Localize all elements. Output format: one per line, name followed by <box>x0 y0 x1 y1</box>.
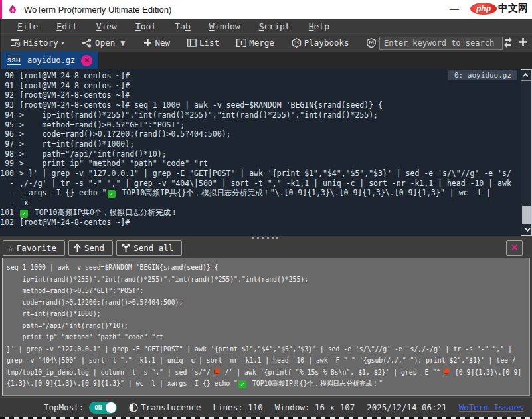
menu-script[interactable]: Script <box>250 20 300 33</box>
menu-tab[interactable]: Tab <box>165 20 199 33</box>
tab-aoyiduo[interactable]: SSH aoyiduo.gz × <box>1 52 98 69</box>
scroll-down-icon[interactable] <box>521 224 531 235</box>
check-emoji: ✓ <box>20 210 28 218</box>
line-text: > method=rand()>0.5?"GET":"POST"; <box>17 120 185 130</box>
new-button[interactable]: New <box>139 36 174 50</box>
editor-line: rt=int(rand()*1000); <box>7 308 525 320</box>
menu-help[interactable]: Help <box>300 20 339 33</box>
vertical-scrollbar[interactable] <box>521 69 532 236</box>
playbooks-js-icon: JS <box>292 38 302 48</box>
line-number: 91 <box>0 81 17 91</box>
plus-icon <box>143 39 152 47</box>
panel-close-button[interactable]: × <box>506 240 523 256</box>
line-number: 94 <box>0 110 17 120</box>
check-emoji: ✓ <box>108 190 116 198</box>
menu-view[interactable]: View <box>87 20 126 33</box>
line-number: 100 <box>0 169 17 179</box>
command-editor[interactable]: seq 1 1000 | awk -v seed=$RANDOM 'BEGIN{… <box>2 258 530 396</box>
topmost-label: TopMost: <box>44 402 84 412</box>
terminal-line: -,/-/g' | tr -s "-" "," | grep -v "404\|… <box>0 179 521 189</box>
line-number: 99 <box>0 159 17 169</box>
send-label: Send <box>84 243 104 253</box>
terminal-view[interactable]: 90[root@VM-24-8-centos ~]#91[root@VM-24-… <box>0 69 532 236</box>
line-number: - <box>0 179 17 189</box>
editor-line: seq 1 1000 | awk -v seed=$RANDOM 'BEGIN{… <box>7 262 525 274</box>
line-text: [root@VM-24-8-centos ~]# seq 1 1000 | aw… <box>17 100 383 110</box>
menu-edit[interactable]: Edit <box>47 20 86 33</box>
merge-label: Merge <box>249 38 274 48</box>
line-number: 93 <box>0 100 17 110</box>
terminal-line: 94> ip=int(rand()*255)"."int(rand()*255)… <box>0 110 521 120</box>
terminal-line: 91[root@VM-24-8-centos ~]# <box>0 81 521 91</box>
menubar: FileEditViewToolTabWindowScriptHelp <box>0 19 532 33</box>
toolbar: History▾ Open▼ New List <box>0 33 532 52</box>
tab-close-icon[interactable]: × <box>81 55 92 66</box>
line-number: - <box>0 188 17 198</box>
line-text: > }' | grep -v "127.0.0.1" | grep -E "GE… <box>17 169 511 179</box>
history-button[interactable]: History▾ <box>7 36 68 50</box>
editor-line: path="/api/"int(rand()*10); <box>7 320 525 332</box>
open-button[interactable]: Open▼ <box>78 36 129 50</box>
star-icon: ☆ <box>8 243 13 253</box>
editor-line: grep -v "404\|500" | sort -t "," -k1,1 |… <box>7 355 525 367</box>
scroll-up-icon[interactable] <box>521 70 531 81</box>
send-button[interactable]: Send <box>68 240 113 256</box>
php-cn-logo: php 中文网 <box>470 2 528 15</box>
command-panel: ☆ Favorite Send Send all × seq 1 1000 | … <box>0 236 532 397</box>
splitter-handle-icon <box>252 237 281 239</box>
terminal-line: 101✓ TOP10高频IP共0个，模拟日志分析完成！ <box>0 208 521 218</box>
panel-splitter[interactable] <box>0 236 532 240</box>
editor-line: }' | grep -v "127.0.0.1" | grep -E "GET|… <box>7 343 525 355</box>
lines-count: Lines: 110 <box>213 402 263 412</box>
line-text: -args -I {} echo "✓ TOP10高频IP共{}个，模拟日志分析… <box>17 188 491 198</box>
send-all-branch-icon <box>122 244 130 252</box>
menu-window[interactable]: Window <box>200 20 250 33</box>
merge-button[interactable]: Merge <box>232 36 278 50</box>
panel-toolbar: ☆ Favorite Send Send all × <box>3 240 529 256</box>
send-all-button[interactable]: Send all <box>116 240 182 256</box>
search-input[interactable] <box>379 37 503 50</box>
terminal-line: 95> method=rand()>0.5?"GET":"POST"; <box>0 120 521 130</box>
list-label: List <box>199 38 219 48</box>
scrollbar-thumb[interactable] <box>522 206 531 224</box>
terminal-line: 98> path="/api/"int(rand()*10); <box>0 149 521 159</box>
svg-text:JS: JS <box>294 41 300 45</box>
minimize-button[interactable]: — <box>447 1 462 16</box>
check-emoji: ✓ <box>238 380 246 388</box>
line-number: 92 <box>0 90 17 100</box>
chevron-down-icon: ▾ <box>61 40 64 46</box>
add-icon[interactable] <box>518 37 528 47</box>
terminal-line: 102[root@VM-24-8-centos ~]# <box>0 218 521 228</box>
menu-file[interactable]: File <box>8 20 47 33</box>
line-text: [root@VM-24-8-centos ~]# <box>17 71 130 81</box>
line-text: > ip=int(rand()*255)"."int(rand()*255)".… <box>17 110 378 120</box>
woterm-issues-link[interactable]: WoTerm Issues <box>459 402 524 412</box>
line-text: x <box>17 198 29 208</box>
favorite-button[interactable]: ☆ Favorite <box>3 240 65 256</box>
session-badge: 0: aoyiduo.gz <box>448 70 517 80</box>
tabbar: SSH aoyiduo.gz × <box>0 52 532 69</box>
playbooks-button[interactable]: JS Playbooks <box>288 36 353 50</box>
line-number: 97 <box>0 139 17 149</box>
send-all-label: Send all <box>133 243 173 253</box>
terminal-line: 97> rt=int(rand()*1000); <box>0 139 521 149</box>
php-logo-icon: php <box>470 3 497 15</box>
swap-icon[interactable] <box>502 37 514 48</box>
new-label: New <box>155 38 170 48</box>
editor-line: code=rand()>0.1?200:(rand()>0.5?404:500)… <box>7 297 525 309</box>
terminal-line: 90[root@VM-24-8-centos ~]# <box>0 71 521 81</box>
list-button[interactable]: List <box>183 36 223 50</box>
chevron-down-icon: ▼ <box>120 39 125 48</box>
translucence-control[interactable]: Translucence <box>129 402 201 412</box>
line-number: 102 <box>0 218 17 228</box>
pushpin-emoji <box>212 368 220 376</box>
pushpin-emoji <box>442 368 450 376</box>
terminal-line: 93[root@VM-24-8-centos ~]# seq 1 1000 | … <box>0 100 521 110</box>
editor-line: tmp/top10_ip_demo.log | column -t -s ","… <box>7 367 525 378</box>
history-icon <box>11 39 21 47</box>
menu-tool[interactable]: Tool <box>126 20 165 33</box>
line-text: > rt=int(rand()*1000); <box>17 139 134 149</box>
send-arrow-icon <box>74 244 81 252</box>
topmost-toggle[interactable]: ON <box>89 402 117 414</box>
line-number: - <box>0 198 17 208</box>
